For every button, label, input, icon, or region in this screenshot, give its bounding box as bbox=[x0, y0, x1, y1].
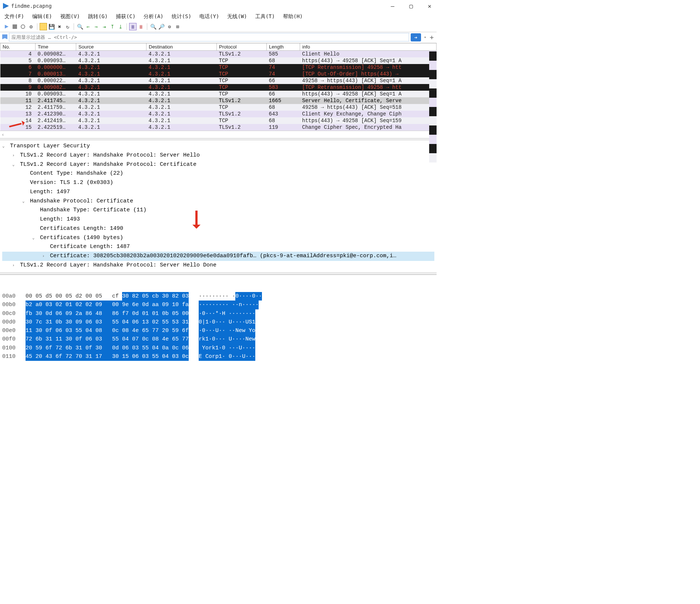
menu-wireless[interactable]: 无线(W) bbox=[227, 13, 247, 20]
intelligent-scrollbar-segment[interactable] bbox=[429, 107, 437, 116]
packet-row[interactable]: 132.412390…4.3.2.14.3.2.1TLSv1.2643Clien… bbox=[0, 111, 437, 117]
menu-telephony[interactable]: 电话(Y) bbox=[199, 13, 219, 20]
packet-row[interactable]: 152.422519…4.3.2.14.3.2.1TLSv1.2119Chang… bbox=[0, 124, 437, 131]
intelligent-scrollbar-segment[interactable] bbox=[429, 98, 437, 107]
intelligent-scrollbar-segment[interactable] bbox=[429, 70, 437, 79]
colorize-icon[interactable]: ≣ bbox=[137, 23, 145, 30]
detail-tree-row[interactable]: › TLSv1.2 Record Layer: Handshake Protoc… bbox=[2, 151, 434, 160]
menu-capture[interactable]: 捕获(C) bbox=[116, 13, 135, 20]
detail-tree-row[interactable]: › TLSv1.2 Record Layer: Handshake Protoc… bbox=[2, 261, 434, 270]
column-header-no[interactable]: No. bbox=[0, 43, 36, 51]
capture-options-icon[interactable]: ⚙ bbox=[27, 23, 35, 30]
restart-capture-icon[interactable] bbox=[19, 23, 27, 30]
zoom-in-icon[interactable]: 🔍 bbox=[149, 23, 157, 30]
detail-tree-row[interactable]: › Certificate: 308205cb308203b2a00302010… bbox=[2, 252, 434, 261]
hex-row[interactable]: 00f0 72 6b 31 11 30 0f 06 03 55 04 07 0c… bbox=[2, 335, 437, 343]
intelligent-scrollbar-segment[interactable] bbox=[429, 116, 437, 125]
detail-tree-row[interactable]: Handshake Type: Certificate (11) bbox=[2, 206, 434, 215]
hex-row[interactable]: 00d0 30 7c 31 0b 30 09 06 03 55 04 06 13… bbox=[2, 318, 437, 326]
column-header-info[interactable]: info bbox=[300, 43, 437, 51]
intelligent-scrollbar-segment[interactable] bbox=[429, 125, 437, 135]
packet-row[interactable]: 70.000013…4.3.2.14.3.2.1TCP74[TCP Out-Of… bbox=[0, 71, 437, 77]
hex-row[interactable]: 00b0 b2 a0 03 02 01 02 02 09 00 9e 6e 0d… bbox=[2, 301, 437, 309]
zoom-out-icon[interactable]: 🔎 bbox=[158, 23, 165, 30]
packet-row[interactable]: 142.412419…4.3.2.14.3.2.1TCP68https(443)… bbox=[0, 117, 437, 124]
reload-file-icon[interactable]: ↻ bbox=[64, 23, 71, 30]
hex-row[interactable]: 00a0 00 05 d5 00 05 d2 00 05 cf 30 82 05… bbox=[2, 292, 437, 301]
menu-help[interactable]: 帮助(H) bbox=[283, 13, 303, 20]
go-forward-icon[interactable]: ⇒ bbox=[92, 23, 100, 30]
caret-collapsed-icon[interactable]: › bbox=[12, 262, 17, 269]
packet-row[interactable]: 60.000000…4.3.2.14.3.2.1TCP74[TCP Retran… bbox=[0, 64, 437, 71]
save-file-icon[interactable]: 💾 bbox=[48, 23, 55, 30]
packet-row[interactable]: 122.411759…4.3.2.14.3.2.1TCP6849258 → ht… bbox=[0, 104, 437, 111]
packet-row[interactable]: 50.009093…4.3.2.14.3.2.1TCP68https(443) … bbox=[0, 57, 437, 64]
close-button[interactable]: ✕ bbox=[425, 3, 434, 10]
menu-file[interactable]: 文件(F) bbox=[4, 13, 24, 20]
caret-expanded-icon[interactable]: ⌄ bbox=[2, 143, 7, 150]
detail-tree-row[interactable]: ⌄ Handshake Protocol: Certificate bbox=[2, 197, 434, 206]
packet-row[interactable]: 100.009093…4.3.2.14.3.2.1TCP66https(443)… bbox=[0, 91, 437, 97]
open-file-icon[interactable] bbox=[40, 23, 47, 30]
minimize-button[interactable]: — bbox=[388, 3, 397, 10]
detail-tree-row[interactable]: Length: 1497 bbox=[2, 188, 434, 197]
packet-row[interactable]: 90.009082…4.3.2.14.3.2.1TCP583[TCP Retra… bbox=[0, 84, 437, 91]
jump-to-icon[interactable]: ⇥ bbox=[101, 23, 108, 30]
hex-ascii-selected: rk1·0··· U····New bbox=[199, 335, 255, 343]
start-capture-icon[interactable] bbox=[3, 23, 10, 30]
hex-ascii-selected: ·0···*·H ········ bbox=[199, 309, 255, 318]
detail-tree-row[interactable]: ⌄ Transport Layer Security bbox=[2, 142, 434, 151]
cell-dst: 4.3.2.1 bbox=[147, 84, 217, 91]
detail-tree-row[interactable]: ⌄ Certificates (1490 bytes) bbox=[2, 234, 434, 243]
stop-capture-icon[interactable] bbox=[11, 23, 18, 30]
maximize-button[interactable]: ▢ bbox=[407, 3, 415, 10]
detail-tree-row[interactable]: Certificates Length: 1490 bbox=[2, 224, 434, 234]
menu-view[interactable]: 视图(V) bbox=[60, 13, 80, 20]
display-filter-input[interactable] bbox=[9, 33, 409, 41]
packet-row[interactable]: 40.009082…4.3.2.14.3.2.1TLSv1.2585Client… bbox=[0, 51, 437, 58]
column-header-length[interactable]: Length bbox=[267, 43, 300, 51]
autoscroll-icon[interactable]: ≣ bbox=[129, 23, 137, 30]
column-header-protocol[interactable]: Protocol bbox=[217, 43, 267, 51]
caret-expanded-icon[interactable]: ⌄ bbox=[22, 198, 27, 205]
hex-row[interactable]: 0110 45 20 43 6f 72 70 31 17 30 15 06 03… bbox=[2, 352, 437, 361]
intelligent-scrollbar-segment[interactable] bbox=[429, 51, 437, 61]
intelligent-scrollbar-segment[interactable] bbox=[429, 88, 437, 98]
resize-columns-icon[interactable]: ⊞ bbox=[174, 23, 181, 30]
intelligent-scrollbar-segment[interactable] bbox=[429, 79, 437, 88]
menu-edit[interactable]: 编辑(E) bbox=[32, 13, 52, 20]
zoom-reset-icon[interactable]: ⊜ bbox=[166, 23, 173, 30]
column-header-source[interactable]: Source bbox=[76, 43, 147, 51]
detail-tree-row[interactable]: Certificate Length: 1487 bbox=[2, 242, 434, 252]
horizontal-scrollbar[interactable]: ‹› bbox=[0, 131, 437, 138]
hex-row[interactable]: 0100 20 59 6f 72 6b 31 0f 30 0d 06 03 55… bbox=[2, 344, 437, 352]
go-first-icon[interactable]: ⤒ bbox=[109, 23, 116, 30]
find-icon[interactable]: 🔍 bbox=[76, 23, 84, 30]
menu-tools[interactable]: 工具(T) bbox=[255, 13, 275, 20]
caret-collapsed-icon[interactable]: › bbox=[42, 253, 47, 259]
caret-expanded-icon[interactable]: ⌄ bbox=[12, 161, 17, 168]
hex-row[interactable]: 00e0 11 30 0f 06 03 55 04 08 0c 08 4e 65… bbox=[2, 326, 437, 335]
detail-tree-row[interactable]: ⌄ TLSv1.2 Record Layer: Handshake Protoc… bbox=[2, 160, 434, 170]
column-header-time[interactable]: Time bbox=[36, 43, 76, 51]
packet-row[interactable]: 80.000022…4.3.2.14.3.2.1TCP6649258 → htt… bbox=[0, 77, 437, 84]
bookmark-icon[interactable] bbox=[2, 34, 7, 40]
caret-collapsed-icon[interactable]: › bbox=[12, 152, 17, 159]
packet-row[interactable]: 112.411745…4.3.2.14.3.2.1TLSv1.21665Serv… bbox=[0, 97, 437, 104]
detail-tree-row[interactable]: Version: TLS 1.2 (0x0303) bbox=[2, 178, 434, 188]
caret-expanded-icon[interactable]: ⌄ bbox=[32, 235, 37, 241]
menu-go[interactable]: 跳转(G) bbox=[88, 13, 108, 20]
close-file-icon[interactable]: ✖ bbox=[56, 23, 63, 30]
filter-dropdown-icon[interactable]: ▾ bbox=[423, 33, 428, 41]
column-header-destination[interactable]: Destination bbox=[147, 43, 217, 51]
detail-tree-row[interactable]: Content Type: Handshake (22) bbox=[2, 169, 434, 178]
menu-analyze[interactable]: 分析(A) bbox=[144, 13, 163, 20]
detail-tree-row[interactable]: Length: 1493 bbox=[2, 215, 434, 224]
menu-statistics[interactable]: 统计(S) bbox=[172, 13, 191, 20]
go-back-icon[interactable]: ⇐ bbox=[84, 23, 92, 30]
add-filter-button[interactable]: + bbox=[429, 33, 434, 41]
hex-row[interactable]: 00c0 fb 30 0d 06 09 2a 86 48 86 f7 0d 01… bbox=[2, 309, 437, 318]
apply-filter-button[interactable]: ➔ bbox=[411, 33, 421, 41]
intelligent-scrollbar-segment[interactable] bbox=[429, 61, 437, 70]
go-last-icon[interactable]: ⤓ bbox=[117, 23, 124, 30]
